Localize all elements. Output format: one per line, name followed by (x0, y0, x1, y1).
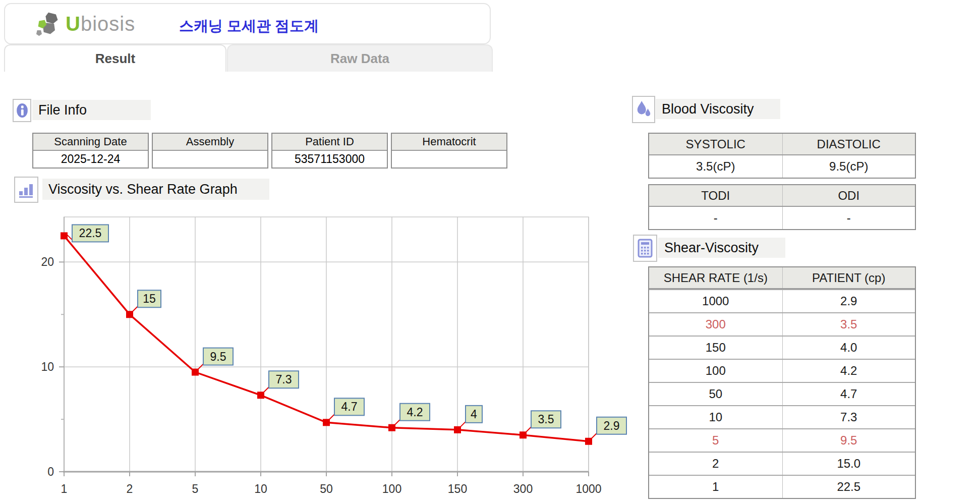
shear-viscosity-title: Shear-Viscosity (658, 238, 785, 258)
data-label: 4 (471, 408, 477, 421)
table-row: 150 4.0 (649, 336, 915, 359)
systolic-value: 3.5(cP) (649, 155, 782, 178)
table-row: 300 3.5 (649, 312, 915, 336)
shear-rate-cell: 150 (649, 337, 782, 359)
column-header: Hematocrit (392, 134, 506, 151)
patient-cp-cell: 4.2 (782, 360, 915, 382)
shear-rate-cell: 300 (649, 313, 782, 336)
data-label: 4.7 (341, 400, 358, 413)
logo-text: Ubiosis (66, 14, 135, 34)
patient-cp-cell: 3.5 (782, 313, 915, 336)
shear-rate-cell: 5 (649, 429, 782, 452)
blood-viscosity-title: Blood Viscosity (656, 99, 780, 119)
y-tick-label: 20 (41, 255, 54, 268)
x-tick-label: 1000 (575, 482, 601, 495)
x-tick-label: 1 (61, 482, 68, 495)
file-info-title: File Info (32, 100, 151, 120)
ubiosis-logo: Ubiosis (34, 11, 135, 37)
table-header-row: SYSTOLIC DIASTOLIC (649, 134, 915, 155)
file-info-patient-id: Patient ID 53571153000 (271, 133, 388, 169)
column-header: Scanning Date (33, 134, 148, 151)
data-label: 2.9 (604, 419, 620, 432)
scanning-date-value: 2025-12-24 (33, 151, 148, 168)
todi-value: - (649, 207, 782, 229)
column-header: DIASTOLIC (782, 134, 915, 154)
tab-result-label: Result (95, 51, 135, 67)
shear-viscosity-table: SHEAR RATE (1/s) PATIENT (cp) 1000 2.9 3… (648, 266, 916, 499)
shear-rate-cell: 100 (649, 360, 782, 382)
table-row: 1 22.5 (649, 475, 915, 498)
x-tick-label: 10 (254, 482, 267, 495)
y-tick-label: 0 (47, 465, 54, 478)
column-header: Assembly (153, 134, 267, 151)
table-row: 1000 2.9 (649, 289, 915, 312)
x-tick-label: 100 (382, 482, 401, 495)
droplets-icon (632, 96, 655, 123)
patient-cp-cell: 4.7 (782, 383, 915, 405)
table-row: - - (649, 207, 915, 229)
patient-cp-cell: 9.5 (782, 429, 915, 452)
bar-chart-icon (14, 177, 38, 203)
shear-rate-cell: 1000 (649, 290, 782, 312)
data-label: 4.2 (407, 406, 423, 419)
blood-viscosity-table: SYSTOLIC DIASTOLIC 3.5(cP) 9.5(cP) (648, 133, 916, 179)
viscosity-shear-rate-chart: 010201251050100150300100022.5159.57.34.7… (30, 204, 636, 501)
patient-cp-cell: 4.0 (782, 337, 915, 359)
data-label: 15 (143, 292, 156, 305)
data-label: 22.5 (79, 227, 102, 240)
shear-rate-cell: 2 (649, 453, 782, 475)
tab-raw-data-label: Raw Data (330, 51, 389, 67)
table-row: 2 15.0 (649, 452, 915, 475)
table-row: 100 4.2 (649, 359, 915, 382)
patient-id-value: 53571153000 (272, 151, 387, 168)
table-row: 3.5(cP) 9.5(cP) (649, 155, 915, 178)
column-header: PATIENT (cp) (782, 267, 915, 288)
logo-letters-biosis: biosis (81, 13, 135, 35)
table-row: 50 4.7 (649, 382, 915, 405)
patient-cp-cell: 7.3 (782, 406, 915, 428)
patient-cp-cell: 2.9 (782, 290, 915, 312)
x-tick-label: 2 (127, 482, 133, 495)
column-header: SHEAR RATE (1/s) (649, 267, 782, 288)
tab-result[interactable]: Result (4, 44, 226, 72)
patient-cp-cell: 22.5 (782, 476, 915, 498)
table-header-row: SHEAR RATE (1/s) PATIENT (cp) (649, 267, 915, 289)
column-header: TODI (649, 185, 782, 206)
column-header: Patient ID (272, 134, 387, 151)
patient-cp-cell: 15.0 (782, 453, 915, 475)
calculator-icon (633, 235, 657, 262)
header: Ubiosis 스캐닝 모세관 점도계 (4, 3, 491, 44)
x-tick-label: 300 (513, 482, 533, 495)
column-header: SYSTOLIC (649, 134, 782, 154)
file-info-hematocrit: Hematocrit (391, 133, 507, 169)
data-point-marker (61, 232, 68, 239)
data-label: 7.3 (276, 373, 292, 386)
data-label: 3.5 (538, 413, 554, 426)
info-icon (13, 99, 31, 122)
y-tick-label: 10 (41, 360, 54, 373)
odi-value: - (782, 207, 915, 229)
diastolic-value: 9.5(cP) (782, 155, 915, 178)
shear-rate-cell: 50 (649, 383, 782, 405)
app-window: Ubiosis 스캐닝 모세관 점도계 Result Raw Data File… (0, 0, 980, 502)
x-tick-label: 50 (320, 482, 333, 495)
shear-rate-cell: 10 (649, 406, 782, 428)
table-header-row: TODI ODI (649, 185, 915, 207)
shear-rate-cell: 1 (649, 476, 782, 498)
data-label: 9.5 (210, 350, 226, 363)
todi-odi-table: TODI ODI - - (648, 184, 916, 230)
x-tick-label: 150 (448, 482, 467, 495)
table-row: 5 9.5 (649, 428, 915, 452)
column-header: ODI (782, 185, 915, 206)
tab-raw-data[interactable]: Raw Data (227, 44, 493, 72)
file-info-scanning-date: Scanning Date 2025-12-24 (32, 133, 149, 169)
assembly-value (153, 151, 267, 168)
table-row: 10 7.3 (649, 405, 915, 428)
logo-letter-u: U (66, 13, 81, 35)
graph-section-title: Viscosity vs. Shear Rate Graph (42, 179, 269, 200)
ubiosis-logo-icon (34, 11, 63, 37)
hematocrit-value (392, 151, 506, 168)
file-info-assembly: Assembly (152, 133, 268, 169)
x-tick-label: 5 (192, 482, 199, 495)
app-title-korean: 스캐닝 모세관 점도계 (179, 16, 319, 36)
